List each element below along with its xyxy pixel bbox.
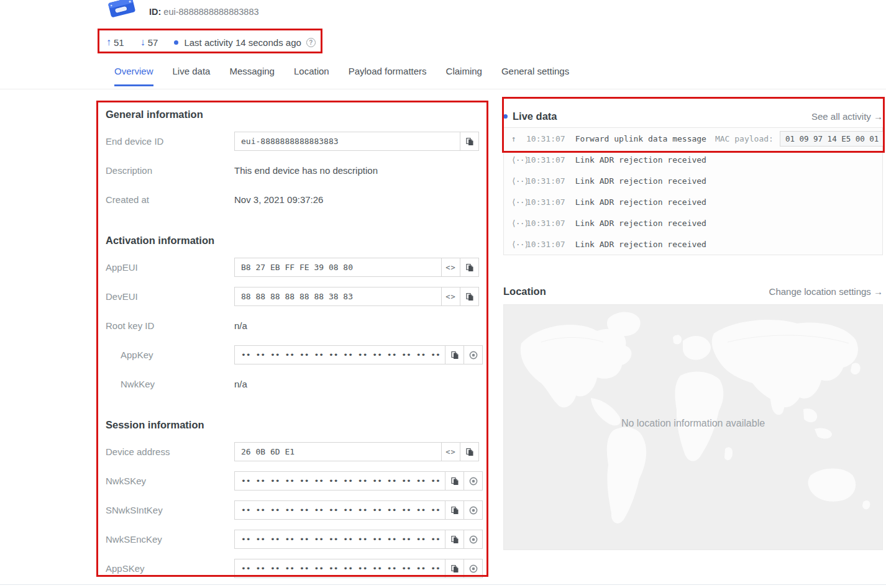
last-activity-text: Last activity 14 seconds ago: [184, 37, 301, 48]
reveal-eye-button[interactable]: [464, 471, 483, 491]
map-empty-message: No location information available: [504, 418, 882, 429]
event-payload-value[interactable]: 01 09 97 14 E5 00 01: [780, 131, 884, 147]
copy-button[interactable]: [445, 500, 464, 520]
nwk-s-key-input[interactable]: •• •• •• •• •• •• •• •• •• •• •• •• •• •…: [234, 471, 445, 491]
copy-button[interactable]: [460, 442, 479, 461]
event-row[interactable]: ⟨··⟩ 10:31:07 Link ADR rejection receive…: [504, 170, 882, 191]
uplink-count: 51: [114, 37, 124, 48]
event-time: 10:31:07: [526, 155, 565, 165]
device-address-input[interactable]: 26 0B 6D E1: [234, 442, 442, 461]
see-all-activity-link[interactable]: See all activity →: [811, 111, 883, 122]
page-title-clipped: eui-8888888888883883: [149, 0, 621, 5]
dev-eui-input[interactable]: 88 88 88 88 88 88 38 83: [234, 287, 442, 306]
event-time: 10:31:07: [526, 240, 565, 249]
event-time: 10:31:07: [526, 176, 565, 186]
nwk-s-key-row: NwkSKey •• •• •• •• •• •• •• •• •• •• ••…: [106, 471, 479, 491]
app-eui-input[interactable]: B8 27 EB FF FE 39 08 80: [234, 258, 442, 277]
eye-icon: [468, 350, 478, 360]
app-eui-row: AppEUI B8 27 EB FF FE 39 08 80 <>: [106, 258, 479, 277]
tab-claiming[interactable]: Claiming: [446, 66, 482, 86]
live-data-header: Live data See all activity →: [503, 111, 883, 122]
event-message: Forward uplink data message: [575, 134, 706, 143]
copy-button[interactable]: [445, 530, 464, 549]
copy-button[interactable]: [445, 345, 464, 364]
end-device-id-label: End device ID: [106, 136, 234, 147]
session-information-heading: Session information: [106, 418, 479, 431]
exchange-event-icon: ⟨··⟩: [511, 240, 526, 249]
code-icon: <>: [445, 448, 455, 456]
copy-button[interactable]: [460, 132, 479, 151]
live-data-events: ↑ 10:31:07 Forward uplink data message M…: [503, 127, 883, 255]
s-nwk-s-int-key-label: SNwkSIntKey: [106, 505, 234, 515]
activity-status-dot: [174, 40, 178, 45]
s-nwk-s-int-key-row: SNwkSIntKey •• •• •• •• •• •• •• •• •• •…: [106, 500, 479, 520]
copy-button[interactable]: [460, 258, 479, 277]
change-location-settings-link[interactable]: Change location settings →: [769, 286, 883, 297]
footer-divider: [0, 584, 886, 585]
help-icon[interactable]: ?: [306, 38, 316, 47]
tab-location[interactable]: Location: [294, 66, 329, 86]
nwk-s-enc-key-input[interactable]: •• •• •• •• •• •• •• •• •• •• •• •• •• •…: [234, 530, 445, 549]
event-message: Link ADR rejection received: [575, 219, 706, 228]
code-view-button[interactable]: <>: [442, 258, 460, 277]
event-message: Link ADR rejection received: [575, 155, 706, 165]
tab-general-settings[interactable]: General settings: [501, 66, 569, 86]
copy-button[interactable]: [460, 287, 479, 306]
nwk-s-key-label: NwkSKey: [106, 476, 234, 486]
event-row[interactable]: ⟨··⟩ 10:31:07 Link ADR rejection receive…: [504, 212, 882, 233]
event-row[interactable]: ⟨··⟩ 10:31:07 Link ADR rejection receive…: [504, 149, 882, 170]
event-row[interactable]: ⟨··⟩ 10:31:07 Link ADR rejection receive…: [504, 233, 882, 255]
event-message: Link ADR rejection received: [575, 240, 706, 249]
end-device-id-input[interactable]: eui-8888888888883883: [234, 132, 460, 151]
tab-messaging[interactable]: Messaging: [229, 66, 275, 86]
copy-button[interactable]: [445, 559, 464, 578]
event-row[interactable]: ⟨··⟩ 10:31:07 Link ADR rejection receive…: [504, 191, 882, 212]
code-view-button[interactable]: <>: [442, 287, 460, 306]
reveal-eye-button[interactable]: [464, 345, 483, 364]
uplink-event-icon: ↑: [511, 134, 526, 143]
tab-live-data[interactable]: Live data: [173, 66, 211, 86]
exchange-event-icon: ⟨··⟩: [511, 176, 526, 186]
live-status-dot: [503, 114, 508, 119]
app-eui-label: AppEUI: [106, 262, 234, 273]
app-s-key-input[interactable]: •• •• •• •• •• •• •• •• •• •• •• •• •• •…: [234, 559, 445, 578]
reveal-eye-button[interactable]: [464, 530, 483, 549]
code-icon: <>: [445, 292, 455, 301]
description-label: Description: [106, 165, 234, 176]
downlink-arrow-icon: ↓: [140, 37, 145, 48]
reveal-eye-button[interactable]: [464, 559, 483, 578]
tabbar-divider: [0, 89, 886, 89]
exchange-event-icon: ⟨··⟩: [511, 197, 526, 207]
root-key-id-label: Root key ID: [106, 320, 234, 331]
device-id-value: eui-8888888888883883: [163, 7, 258, 17]
nwk-key-value: n/a: [234, 379, 247, 389]
device-id-label: ID:: [149, 7, 161, 17]
dev-eui-row: DevEUI 88 88 88 88 88 88 38 83 <>: [106, 287, 479, 306]
s-nwk-s-int-key-input[interactable]: •• •• •• •• •• •• •• •• •• •• •• •• •• •…: [234, 500, 445, 520]
uplink-arrow-icon: ↑: [106, 37, 111, 48]
event-message: Link ADR rejection received: [575, 176, 706, 186]
nwk-s-enc-key-row: NwkSEncKey •• •• •• •• •• •• •• •• •• ••…: [106, 530, 479, 549]
end-device-id-row: End device ID eui-8888888888883883: [106, 132, 479, 151]
reveal-eye-button[interactable]: [464, 500, 483, 520]
event-row[interactable]: ↑ 10:31:07 Forward uplink data message M…: [504, 128, 882, 149]
dev-eui-label: DevEUI: [106, 291, 234, 302]
app-key-input[interactable]: •• •• •• •• •• •• •• •• •• •• •• •• •• •…: [234, 345, 445, 364]
code-view-button[interactable]: <>: [442, 442, 460, 461]
device-icon: [104, 0, 140, 21]
event-time: 10:31:07: [526, 219, 565, 228]
event-time: 10:31:07: [526, 134, 565, 143]
tabbar: Overview Live data Messaging Location Pa…: [114, 66, 569, 86]
copy-button[interactable]: [445, 471, 464, 491]
tab-payload-formatters[interactable]: Payload formatters: [349, 66, 427, 86]
code-icon: <>: [445, 263, 455, 272]
nwk-s-enc-key-label: NwkSEncKey: [106, 534, 234, 545]
app-key-label: AppKey: [106, 350, 234, 360]
device-address-label: Device address: [106, 446, 234, 457]
tab-overview[interactable]: Overview: [114, 66, 153, 86]
activation-information-heading: Activation information: [106, 234, 479, 247]
activity-counters: ↑ 51 ↓ 57 Last activity 14 seconds ago ?: [106, 35, 316, 50]
eye-icon: [468, 476, 478, 486]
created-at-value: Nov 3, 2021 09:37:26: [234, 194, 323, 205]
root-key-id-value: n/a: [234, 320, 247, 331]
